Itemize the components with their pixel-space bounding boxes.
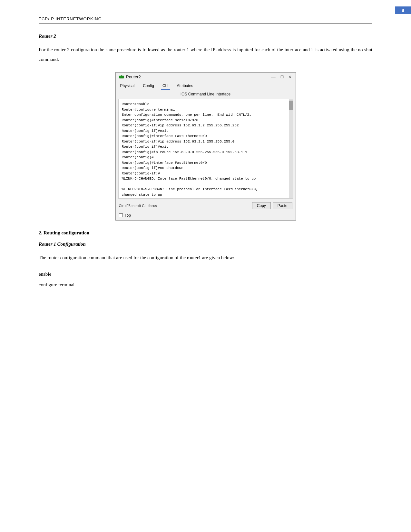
page-header: TCP/IP INTERNETWORKING — [39, 16, 372, 24]
footer-hint: Ctrl+F6 to exit CLI focus — [119, 204, 157, 208]
router1-body-block: The router configuration command that ar… — [39, 253, 372, 262]
window-title-text: Router2 — [126, 74, 141, 79]
top-label: Top — [125, 213, 131, 218]
window-titlebar: Router2 — □ × — [116, 73, 296, 81]
svg-rect-1 — [120, 76, 120, 77]
router-icon — [119, 74, 124, 79]
window-controls[interactable]: — □ × — [270, 74, 292, 79]
router2-body-text-block: For the router 2 configuration the same … — [39, 45, 372, 64]
tab-attributes[interactable]: Attributes — [176, 83, 195, 90]
router2-window: Router2 — □ × Physical Config CLI Attrib… — [115, 72, 296, 221]
page-container: 8 TCP/IP INTERNETWORKING Router 2 For th… — [0, 0, 411, 532]
copy-button[interactable]: Copy — [252, 202, 271, 209]
window-bottom: Top — [116, 211, 296, 220]
tab-cli[interactable]: CLI — [161, 83, 170, 90]
svg-rect-2 — [121, 76, 121, 77]
cli-content: Router>enable Router#configure terminal … — [122, 102, 289, 199]
svg-rect-4 — [121, 75, 122, 76]
header-title: TCP/IP INTERNETWORKING — [39, 16, 102, 21]
window-tabs: Physical Config CLI Attributes — [116, 81, 296, 90]
router2-body-text: For the router 2 configuration the same … — [39, 45, 372, 64]
cli-scrollbar-thumb[interactable] — [289, 101, 293, 110]
page-number: 8 — [402, 8, 404, 13]
maximize-button[interactable]: □ — [280, 74, 284, 79]
top-checkbox[interactable] — [119, 213, 123, 217]
paste-button[interactable]: Paste — [273, 202, 292, 209]
command-enable: enable — [39, 269, 372, 280]
window-footer: Ctrl+F6 to exit CLI focus Copy Paste — [116, 200, 296, 211]
minimize-button[interactable]: — — [270, 74, 277, 79]
tab-config[interactable]: Config — [142, 83, 155, 90]
routing-section-heading: 2. Routing configuration — [39, 230, 372, 236]
cli-terminal[interactable]: Router>enable Router#configure terminal … — [118, 99, 293, 199]
window-title-area: Router2 — [119, 74, 141, 79]
tab-physical[interactable]: Physical — [119, 83, 136, 90]
page-number-badge: 8 — [395, 6, 411, 14]
cli-scrollbar[interactable] — [289, 99, 293, 198]
router1-body-text: The router configuration command that ar… — [39, 253, 372, 262]
command-configure: configure terminal — [39, 280, 372, 290]
svg-rect-0 — [119, 76, 124, 78]
ios-cli-label: IOS Command Line Interface — [116, 90, 296, 97]
router1-config-heading: Router 1 Configuration — [39, 241, 372, 247]
footer-buttons: Copy Paste — [252, 202, 292, 209]
router2-heading: Router 2 — [39, 34, 372, 39]
close-button[interactable]: × — [288, 74, 292, 79]
